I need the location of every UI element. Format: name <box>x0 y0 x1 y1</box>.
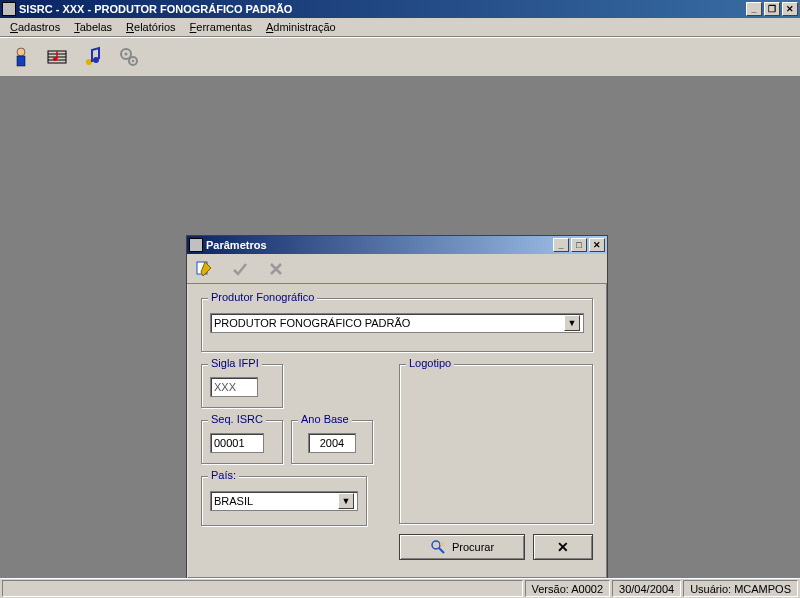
maximize-button[interactable]: ❐ <box>764 2 780 16</box>
main-toolbar <box>0 37 800 77</box>
group-logotipo: Logotipo <box>399 364 593 524</box>
svg-point-0 <box>17 48 25 56</box>
gears-icon <box>117 45 141 69</box>
dialog-title: Parâmetros <box>206 239 553 251</box>
svg-point-8 <box>93 57 99 63</box>
check-icon <box>232 261 248 277</box>
close-x-icon: ✕ <box>557 539 569 555</box>
toolbar-person-button[interactable] <box>4 40 38 74</box>
dialog-edit-button[interactable] <box>193 258 215 280</box>
dialog-icon <box>189 238 203 252</box>
music-sheet-icon <box>45 45 69 69</box>
svg-point-15 <box>440 542 444 546</box>
group-ano: Ano Base <box>291 420 373 464</box>
sigla-input[interactable] <box>210 377 258 397</box>
statusbar: Versão: A0002 30/04/2004 Usuário: MCAMPO… <box>0 578 800 598</box>
group-produtor: Produtor Fonográfico PRODUTOR FONOGRÁFIC… <box>201 298 593 352</box>
label-ano: Ano Base <box>298 413 352 425</box>
close-button[interactable]: ✕ <box>782 2 798 16</box>
dialog-confirm-button[interactable] <box>229 258 251 280</box>
app-icon <box>2 2 16 16</box>
edit-icon <box>195 260 213 278</box>
menu-tabelas[interactable]: Tabelas <box>68 19 118 35</box>
minimize-button[interactable]: _ <box>746 2 762 16</box>
status-date: 30/04/2004 <box>612 580 681 597</box>
dialog-x-button[interactable]: ✕ <box>533 534 593 560</box>
window-title: SISRC - XXX - PRODUTOR FONOGRÁFICO PADRÃ… <box>19 3 746 15</box>
label-pais: País: <box>208 469 239 481</box>
dialog-titlebar: Parâmetros _ □ ✕ <box>187 236 607 254</box>
pais-combobox[interactable]: BRASIL ▼ <box>210 491 358 511</box>
menu-cadastros-label: adastros <box>18 21 60 33</box>
group-seq: Seq. ISRC <box>201 420 283 464</box>
search-person-icon <box>430 539 446 555</box>
person-icon <box>9 45 33 69</box>
seq-input[interactable] <box>210 433 264 453</box>
parametros-dialog: Parâmetros _ □ ✕ <box>186 235 608 579</box>
svg-rect-1 <box>17 56 25 66</box>
label-logotipo: Logotipo <box>406 357 454 369</box>
produtor-combobox[interactable]: PRODUTOR FONOGRÁFICO PADRÃO ▼ <box>210 313 584 333</box>
status-spacer <box>2 580 523 597</box>
procurar-label: Procurar <box>452 541 494 553</box>
menu-tabelas-label: abelas <box>80 21 112 33</box>
menu-relatorios[interactable]: Relatórios <box>120 19 182 35</box>
ano-input[interactable] <box>308 433 356 453</box>
group-sigla: Sigla IFPI <box>201 364 283 408</box>
toolbar-gears-button[interactable] <box>112 40 146 74</box>
label-seq: Seq. ISRC <box>208 413 266 425</box>
svg-point-14 <box>432 541 440 549</box>
produtor-value: PRODUTOR FONOGRÁFICO PADRÃO <box>214 317 564 329</box>
chevron-down-icon[interactable]: ▼ <box>338 493 354 509</box>
toolbar-music-sheet-button[interactable] <box>40 40 74 74</box>
music-notes-icon <box>81 45 105 69</box>
pais-value: BRASIL <box>214 495 338 507</box>
menu-administracao-label: dministração <box>273 21 335 33</box>
chevron-down-icon[interactable]: ▼ <box>564 315 580 331</box>
status-version: Versão: A0002 <box>525 580 611 597</box>
dialog-close-button[interactable]: ✕ <box>589 238 605 252</box>
label-sigla: Sigla IFPI <box>208 357 262 369</box>
menu-ferramentas[interactable]: Ferramentas <box>184 19 258 35</box>
label-produtor: Produtor Fonográfico <box>208 291 317 303</box>
cancel-x-icon <box>268 261 284 277</box>
status-user: Usuário: MCAMPOS <box>683 580 798 597</box>
procurar-button[interactable]: Procurar <box>399 534 525 560</box>
menu-cadastros[interactable]: Cadastros <box>4 19 66 35</box>
dialog-cancel-button[interactable] <box>265 258 287 280</box>
menu-administracao[interactable]: Administração <box>260 19 342 35</box>
group-pais: País: BRASIL ▼ <box>201 476 367 526</box>
mdi-client-area: Parâmetros _ □ ✕ <box>0 77 800 578</box>
dialog-maximize-button[interactable]: □ <box>571 238 587 252</box>
toolbar-music-notes-button[interactable] <box>76 40 110 74</box>
main-titlebar: SISRC - XXX - PRODUTOR FONOGRÁFICO PADRÃ… <box>0 0 800 18</box>
dialog-body: Produtor Fonográfico PRODUTOR FONOGRÁFIC… <box>187 284 607 578</box>
svg-point-12 <box>132 59 134 61</box>
dialog-minimize-button[interactable]: _ <box>553 238 569 252</box>
menu-ferramentas-label: erramentas <box>196 21 252 33</box>
menu-relatorios-label: elatórios <box>134 21 176 33</box>
menubar: Cadastros Tabelas Relatórios Ferramentas… <box>0 18 800 37</box>
dialog-toolbar <box>187 254 607 284</box>
svg-point-11 <box>125 52 128 55</box>
